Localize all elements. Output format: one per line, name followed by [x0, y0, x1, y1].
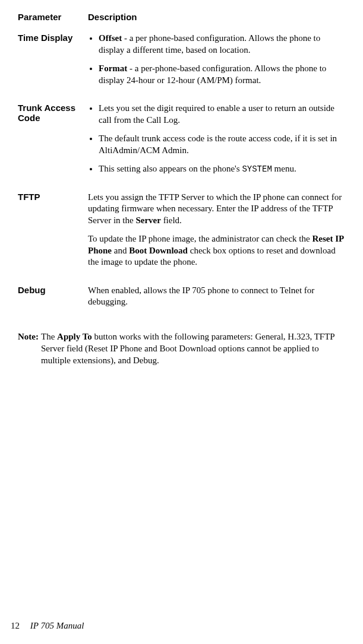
list-item: This setting also appears on the phone's… — [99, 163, 345, 175]
bullet-list: Lets you set the digit required to enabl… — [88, 103, 345, 175]
page-footer: 12 IP 705 Manual — [11, 621, 84, 631]
mono-system: SYSTEM — [242, 164, 272, 174]
manual-title: IP 705 Manual — [30, 621, 84, 630]
text: The default trunk access code is the rou… — [99, 134, 337, 155]
list-item: Offset - a per phone-based configuration… — [99, 33, 345, 56]
text: and — [112, 246, 129, 255]
header-description: Description — [88, 12, 345, 30]
bold-format: Format — [99, 64, 127, 73]
table-row: Debug When enabled, allows the IP 705 ph… — [18, 283, 345, 322]
list-item: The default trunk access code is the rou… — [99, 133, 345, 156]
text-offset: - a per phone-based configuration. Allow… — [99, 33, 320, 55]
list-item: Lets you set the digit required to enabl… — [99, 103, 345, 126]
text: The — [41, 332, 57, 341]
table-row: TFTP Lets you assign the TFTP Server to … — [18, 189, 345, 283]
paragraph: Lets you assign the TFTP Server to which… — [88, 192, 345, 227]
desc-trunk-access-code: Lets you set the digit required to enabl… — [88, 100, 345, 189]
header-parameter: Parameter — [18, 12, 88, 30]
parameters-table: Parameter Description Time Display Offse… — [18, 12, 345, 322]
paragraph: To update the IP phone image, the admini… — [88, 233, 345, 268]
page-number: 12 — [11, 621, 20, 630]
table-row: Trunk Access Code Lets you set the digit… — [18, 100, 345, 189]
param-trunk-access-code: Trunk Access Code — [18, 100, 88, 189]
bold-boot-download: Boot Download — [129, 246, 188, 255]
bold-offset: Offset — [99, 33, 122, 43]
text: field. — [161, 215, 182, 225]
desc-tftp: Lets you assign the TFTP Server to which… — [88, 189, 345, 283]
table-header-row: Parameter Description — [18, 12, 345, 30]
param-debug: Debug — [18, 283, 88, 322]
text: To update the IP phone image, the admini… — [88, 234, 312, 243]
list-item: Format - a per-phone-based configuration… — [99, 63, 345, 86]
bold-server: Server — [135, 215, 160, 225]
table-row: Time Display Offset - a per phone-based … — [18, 30, 345, 100]
note-body: The Apply To button works with the follo… — [41, 331, 345, 367]
bullet-list: Offset - a per phone-based configuration… — [88, 33, 345, 86]
param-tftp: TFTP — [18, 189, 88, 283]
page-content: Parameter Description Time Display Offse… — [0, 0, 363, 366]
text: Lets you set the digit required to enabl… — [99, 103, 334, 125]
desc-time-display: Offset - a per phone-based configuration… — [88, 30, 345, 100]
desc-debug: When enabled, allows the IP 705 phone to… — [88, 283, 345, 322]
text: When enabled, allows the IP 705 phone to… — [88, 285, 314, 307]
note-label: Note: — [18, 331, 39, 342]
text-format: - a per-phone-based configuration. Allow… — [99, 64, 326, 85]
param-time-display: Time Display — [18, 30, 88, 100]
text-pre: This setting also appears on the phone's — [99, 164, 242, 173]
note-block: Note: The Apply To button works with the… — [18, 331, 345, 367]
text: Lets you assign the TFTP Server to which… — [88, 192, 342, 225]
bold-apply-to: Apply To — [57, 332, 92, 341]
text-post: menu. — [272, 164, 296, 173]
paragraph: When enabled, allows the IP 705 phone to… — [88, 285, 345, 308]
